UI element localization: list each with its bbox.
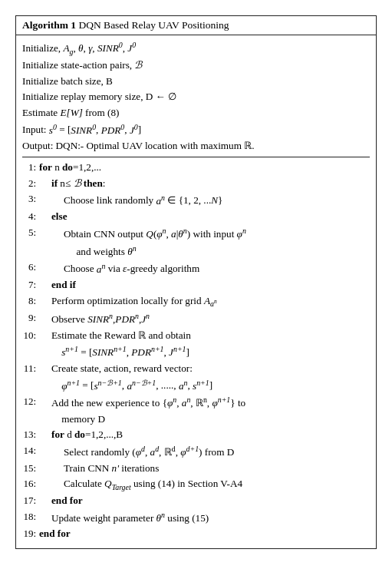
line-num-2: 2: (22, 176, 39, 191)
line-content-10: Estimate the Reward ℝ and obtain sn+1 = … (39, 328, 370, 361)
init-line-4: Initialize replay memory size, D ← ∅ (22, 89, 370, 104)
line-content-6: Choose an via ε-greedy algorithm (39, 260, 370, 277)
algorithm-body: Initialize, Ag, θ, γ, SINR0, J0 Initiali… (16, 35, 376, 548)
algorithm-label: Algorithm 1 (22, 19, 76, 31)
line-num-5: 5: (22, 225, 39, 240)
algo-line-14: 14: Select randomly (φd, ad, ℝd, φd+1) f… (22, 443, 370, 461)
line-num-13: 13: (22, 427, 39, 442)
algo-line-3: 3: Choose link randomly an ∈ {1, 2, ...N… (22, 191, 370, 209)
line-content-19: end for (39, 526, 370, 541)
line-content-3: Choose link randomly an ∈ {1, 2, ...N} (39, 191, 370, 209)
algo-line-11: 11: Create state, action, reward vector:… (22, 361, 370, 394)
line-num-15: 15: (22, 461, 39, 476)
line-num-1: 1: (22, 160, 39, 175)
line-num-11: 11: (22, 361, 39, 376)
init-line-6: Input: s0 = [SINR0, PDR0, J0] (22, 121, 370, 138)
divider (22, 157, 370, 157)
line-content-16: Calculate QTarget using (14) in Section … (39, 476, 370, 493)
init-line-1: Initialize, Ag, θ, γ, SINR0, J0 (22, 39, 370, 58)
line-content-9: Observe SINRn,PDRn,Jn (39, 310, 370, 328)
init-line-2: Initialize state-action pairs, ℬ (22, 58, 370, 73)
algo-line-2: 2: if n≤ ℬ then: (22, 176, 370, 191)
algo-line-18: 18: Update weight parameter θn using (15… (22, 509, 370, 527)
algo-line-9: 9: Observe SINRn,PDRn,Jn (22, 310, 370, 328)
line-num-7: 7: (22, 277, 39, 293)
algo-line-6: 6: Choose an via ε-greedy algorithm (22, 260, 370, 277)
line-num-9: 9: (22, 310, 39, 326)
line-num-6: 6: (22, 260, 39, 275)
line-num-18: 18: (22, 509, 39, 524)
line-content-4: else (39, 209, 370, 224)
algo-line-17: 17: end for (22, 493, 370, 508)
init-line-7: Output: DQN:- Optimal UAV location with … (22, 138, 370, 154)
algo-line-7: 7: end if (22, 277, 370, 293)
line-content-5: Obtain CNN output Q(φn, a|θn) with input… (39, 225, 370, 260)
line-num-14: 14: (22, 443, 39, 458)
algo-line-4: 4: else (22, 209, 370, 224)
algo-line-12: 12: Add the new experience to {φn, an, ℝ… (22, 394, 370, 427)
init-line-5: Estimate E[W] from (8) (22, 105, 370, 121)
algo-line-8: 8: Perform optimization locally for grid… (22, 293, 370, 310)
algorithm-box: Algorithm 1 DQN Based Relay UAV Position… (15, 15, 377, 549)
line-num-19: 19: (22, 526, 39, 541)
line-num-12: 12: (22, 394, 39, 409)
algo-line-10: 10: Estimate the Reward ℝ and obtain sn+… (22, 328, 370, 361)
algorithm-title: DQN Based Relay UAV Positioning (76, 19, 229, 31)
algo-line-19: 19: end for (22, 526, 370, 541)
algorithm-header: Algorithm 1 DQN Based Relay UAV Position… (16, 16, 376, 35)
init-section: Initialize, Ag, θ, γ, SINR0, J0 Initiali… (22, 39, 370, 154)
line-num-16: 16: (22, 476, 39, 491)
line-content-17: end for (39, 493, 370, 508)
line-content-13: for d do=1,2,...,B (39, 427, 370, 442)
line-content-11: Create state, action, reward vector: φn+… (39, 361, 370, 394)
algo-line-5: 5: Obtain CNN output Q(φn, a|θn) with in… (22, 225, 370, 260)
init-line-3: Initialize batch size, B (22, 74, 370, 89)
algo-line-16: 16: Calculate QTarget using (14) in Sect… (22, 476, 370, 493)
line-content-18: Update weight parameter θn using (15) (39, 509, 370, 527)
line-num-4: 4: (22, 209, 39, 224)
line-content-12: Add the new experience to {φn, an, ℝn, φ… (39, 394, 370, 427)
line-num-10: 10: (22, 328, 39, 343)
line-content-7: end if (39, 277, 370, 293)
line-num-3: 3: (22, 191, 39, 207)
line-content-14: Select randomly (φd, ad, ℝd, φd+1) from … (39, 443, 370, 461)
line-num-8: 8: (22, 293, 39, 309)
line-num-17: 17: (22, 493, 39, 508)
line-content-2: if n≤ ℬ then: (39, 176, 370, 191)
line-content-8: Perform optimization locally for grid Aa… (39, 293, 370, 310)
line-content-15: Train CNN n' iterations (39, 461, 370, 476)
algo-line-13: 13: for d do=1,2,...,B (22, 427, 370, 442)
line-content-1: for n do=1,2,... (39, 160, 370, 175)
algo-line-1: 1: for n do=1,2,... (22, 160, 370, 175)
algo-line-15: 15: Train CNN n' iterations (22, 461, 370, 476)
